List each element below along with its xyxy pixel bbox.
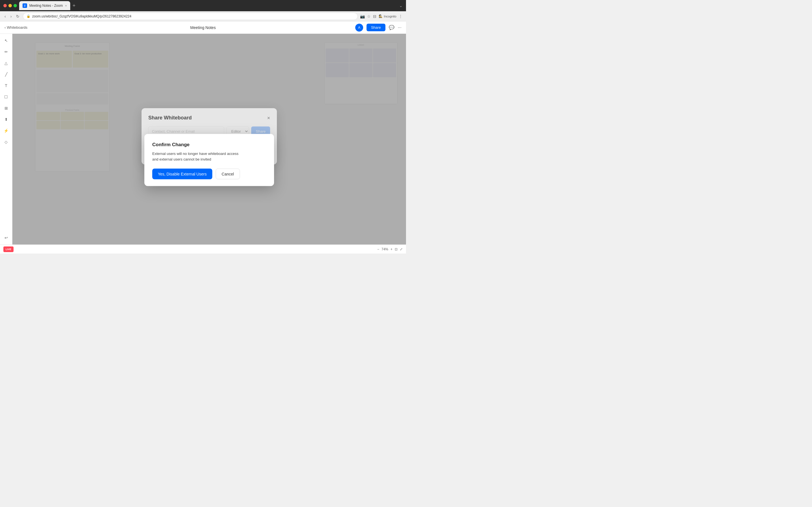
active-tab[interactable]: Z Meeting Notes - Zoom × (19, 1, 70, 10)
confirm-dialog-message: External users will no longer have white… (152, 151, 266, 162)
nav-forward-button[interactable]: › (9, 13, 13, 20)
confirm-dialog-actions: Yes, Disable External Users Cancel (152, 169, 266, 179)
header-actions: A Share 💬 ··· (355, 24, 402, 32)
confirm-dialog: Confirm Change External users will no lo… (144, 134, 274, 186)
tab-search-icon[interactable]: ⊟ (373, 14, 376, 18)
confirm-message-line1: External users will no longer have white… (152, 152, 239, 156)
apps-tool[interactable]: ⚡ (2, 126, 11, 135)
upload-tool[interactable]: ⬆ (2, 115, 11, 124)
share-modal-title: Share Whiteboard (148, 115, 192, 121)
maximize-window-button[interactable] (13, 4, 17, 7)
browser-more-button[interactable]: ⋮ (399, 14, 403, 18)
zoom-controls: − 74% + ⊡ ⤢ (377, 247, 403, 251)
fit-to-screen-button[interactable]: ⊡ (395, 247, 398, 251)
text-tool[interactable]: T (2, 81, 11, 90)
bottom-bar: LIVE − 74% + ⊡ ⤢ (0, 244, 406, 253)
nav-back-button[interactable]: ‹ (3, 13, 7, 20)
tab-favicon: Z (22, 3, 27, 8)
confirm-cancel-button[interactable]: Cancel (216, 169, 240, 179)
new-tab-button[interactable]: + (71, 3, 77, 9)
modal-header: Share Whiteboard × (148, 115, 270, 121)
incognito-badge: 🕵 Incognito (378, 14, 396, 18)
lock-icon: 🔒 (27, 14, 31, 18)
pen-tool[interactable]: ✏ (2, 47, 11, 56)
more-options-icon[interactable]: ··· (398, 25, 402, 30)
incognito-icon: 🕵 (378, 14, 383, 18)
share-button[interactable]: Share (366, 24, 386, 31)
avatar-icon[interactable]: A (355, 24, 363, 32)
canvas-area[interactable]: Meeting Notes Meeting Frame Goal 1: do m… (12, 34, 406, 244)
live-badge: LIVE (3, 246, 13, 252)
table-tool[interactable]: ⊞ (2, 104, 11, 113)
fullscreen-button[interactable]: ⤢ (400, 247, 403, 251)
main-layout: ↖ ✏ △ ╱ T ☐ ⊞ ⬆ ⚡ ◇ ↩ Meeting Notes Meet… (0, 34, 406, 244)
back-to-whiteboards-button[interactable]: ‹ Whiteboards (4, 25, 28, 30)
app-header: ‹ Whiteboards Meeting Notes A Share 💬 ··… (0, 21, 406, 34)
confirm-yes-button[interactable]: Yes, Disable External Users (152, 169, 212, 179)
zoom-out-button[interactable]: − (377, 247, 379, 251)
url-bar[interactable]: 🔒 zoom.us/wb/doc/_GzqzfVOSlKu9apldkkuMQ/… (23, 13, 358, 20)
nav-reload-button[interactable]: ↻ (15, 13, 20, 20)
confirm-dialog-title: Confirm Change (152, 142, 266, 148)
close-window-button[interactable] (3, 4, 7, 7)
tab-bar: Z Meeting Notes - Zoom × + (19, 1, 397, 10)
traffic-lights (3, 4, 17, 7)
confirm-message-line2: and external users cannot be invited (152, 157, 211, 161)
page-title: Meeting Notes (190, 25, 216, 30)
line-tool[interactable]: ╱ (2, 70, 11, 79)
minimize-window-button[interactable] (8, 4, 12, 7)
back-chevron-icon: ‹ (4, 25, 6, 30)
browser-chrome: Z Meeting Notes - Zoom × + ⌄ (0, 0, 406, 11)
share-modal-close-button[interactable]: × (267, 115, 270, 121)
more-tabs-button[interactable]: ⌄ (399, 3, 403, 8)
shapes-tool[interactable]: △ (2, 59, 11, 68)
camera-off-icon: 📷 (360, 14, 365, 18)
bookmark-icon[interactable]: ☆ (367, 14, 371, 18)
back-label: Whiteboards (7, 25, 28, 30)
address-bar: ‹ › ↻ 🔒 zoom.us/wb/doc/_GzqzfVOSlKu9apld… (0, 11, 406, 21)
url-text: zoom.us/wb/doc/_GzqzfVOSlKu9apldkkuMQ/p/… (32, 14, 354, 18)
zoom-in-button[interactable]: + (391, 247, 393, 251)
incognito-label: Incognito (384, 15, 396, 18)
frame-tool[interactable]: ☐ (2, 93, 11, 101)
cursor-tool[interactable]: ↖ (2, 36, 11, 45)
undo-tool[interactable]: ↩ (2, 233, 11, 242)
tab-title: Meeting Notes - Zoom (29, 4, 63, 8)
browser-actions: 📷 ☆ ⊟ 🕵 Incognito ⋮ (360, 14, 403, 18)
sticker-tool[interactable]: ◇ (2, 137, 11, 147)
comment-icon[interactable]: 💬 (389, 25, 395, 30)
tab-close-button[interactable]: × (65, 4, 67, 7)
tools-sidebar: ↖ ✏ △ ╱ T ☐ ⊞ ⬆ ⚡ ◇ ↩ (0, 34, 12, 244)
zoom-level: 74% (382, 247, 388, 251)
